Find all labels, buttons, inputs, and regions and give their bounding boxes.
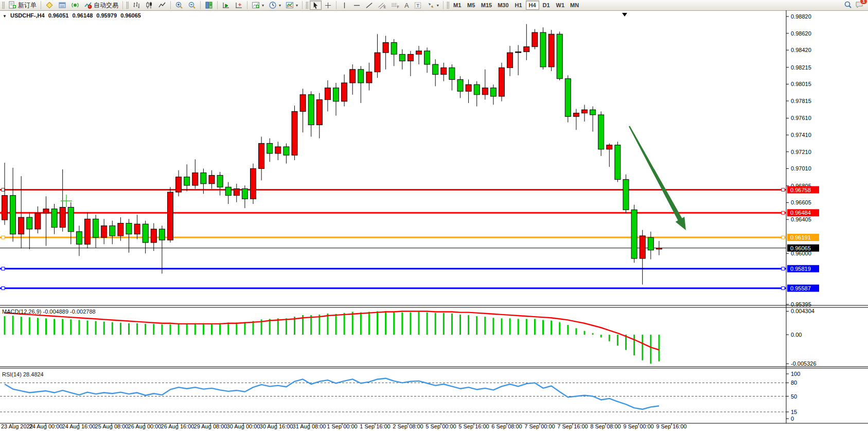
- hline-0.96758[interactable]: [0, 188, 786, 192]
- candle: [242, 189, 247, 199]
- candle: [375, 53, 380, 72]
- toolbar-grip[interactable]: [447, 2, 449, 9]
- timeframe-button-m30[interactable]: M30: [495, 1, 511, 10]
- timeframe-button-m5[interactable]: M5: [465, 1, 478, 10]
- zoom-in-button[interactable]: [173, 1, 185, 10]
- arrows-tool-button[interactable]: ▾: [425, 1, 441, 10]
- svg-text:0.96484: 0.96484: [790, 210, 811, 216]
- candle: [640, 236, 645, 258]
- chart-shift-button[interactable]: [233, 1, 245, 10]
- hline-0.95819[interactable]: [0, 267, 786, 270]
- collapse-arrow-icon[interactable]: ▼: [3, 14, 7, 19]
- price-axis[interactable]: 0.988200.986200.984200.982150.980150.978…: [786, 13, 811, 307]
- notifications-button[interactable]: 1: [855, 1, 864, 10]
- search-icon[interactable]: [844, 1, 852, 10]
- market-watch-button[interactable]: [43, 1, 56, 10]
- hline-0.96191[interactable]: [0, 236, 786, 239]
- candle: [573, 113, 579, 117]
- arrows-caret-icon: ▾: [437, 3, 439, 8]
- navigator-button[interactable]: [69, 1, 81, 10]
- candlestick-mode-button[interactable]: [143, 1, 155, 10]
- indicators-caret-icon: ▾: [262, 3, 264, 8]
- fibonacci-tool-button[interactable]: F: [389, 1, 402, 10]
- data-window-icon: [58, 1, 66, 9]
- timeframe-button-m1[interactable]: M1: [451, 1, 464, 10]
- zoom-out-button[interactable]: [186, 1, 198, 10]
- svg-text:24 Aug 16:00: 24 Aug 16:00: [62, 423, 96, 429]
- new-order-button[interactable]: 新订单: [6, 1, 39, 10]
- svg-text:0.98820: 0.98820: [791, 13, 811, 20]
- svg-text:6 Sep 08:00: 6 Sep 08:00: [491, 423, 522, 429]
- candle: [234, 189, 239, 196]
- text-tool-button[interactable]: A: [402, 1, 411, 10]
- svg-text:0.00: 0.00: [791, 332, 802, 338]
- timeframe-button-d1[interactable]: D1: [540, 1, 553, 10]
- candle: [358, 70, 364, 83]
- hline-0.96484[interactable]: [0, 211, 786, 214]
- trendline-tool-button[interactable]: [363, 1, 375, 10]
- zoom-out-icon: [188, 1, 196, 9]
- macd-indicator-label: MACD(12,26,9) -0.004889 -0.002788: [2, 308, 96, 315]
- candle: [441, 68, 447, 75]
- vertical-line-tool-button[interactable]: [339, 1, 350, 10]
- macd-axis: 0.0043040.00-0.005326: [786, 308, 817, 367]
- bar-chart-mode-button[interactable]: [130, 1, 143, 10]
- line-chart-mode-button[interactable]: [156, 1, 168, 10]
- auto-scroll-button[interactable]: [220, 1, 232, 10]
- tile-windows-button[interactable]: [203, 1, 215, 10]
- candle: [516, 52, 521, 53]
- timeframe-button-h1[interactable]: H1: [512, 1, 525, 10]
- indicators-button[interactable]: ▾: [250, 1, 266, 10]
- periods-button[interactable]: ▾: [267, 1, 283, 10]
- candle: [615, 145, 621, 180]
- svg-text:30 Aug 16:00: 30 Aug 16:00: [260, 423, 293, 429]
- timeframe-button-m15[interactable]: M15: [479, 1, 494, 10]
- templates-button[interactable]: ▾: [284, 1, 300, 10]
- timeframe-button-h4[interactable]: H4: [526, 1, 539, 10]
- price-high: 0.96148: [73, 12, 93, 19]
- auto-trading-button[interactable]: 自动交易: [82, 1, 120, 10]
- svg-text:2 Sep 08:00: 2 Sep 08:00: [393, 423, 423, 429]
- candle: [118, 223, 123, 235]
- candle: [251, 168, 256, 199]
- toolbar-grip[interactable]: [306, 2, 308, 9]
- chart-shift-marker[interactable]: [622, 13, 627, 16]
- toolbar-grip[interactable]: [126, 2, 129, 9]
- text-label-tool-button[interactable]: T: [412, 1, 424, 10]
- svg-text:0.96605: 0.96605: [791, 199, 811, 205]
- candle: [524, 47, 529, 52]
- market-watch-icon: [45, 1, 54, 9]
- horizontal-line-tool-button[interactable]: [351, 1, 363, 10]
- candle: [259, 143, 264, 168]
- horizontal-lines[interactable]: [0, 188, 786, 290]
- crosshair-tool-button[interactable]: [322, 1, 334, 10]
- clock-icon: [269, 1, 277, 9]
- candle: [507, 53, 513, 67]
- candle: [366, 72, 372, 83]
- toolbar-grip[interactable]: [2, 2, 5, 9]
- svg-text:7 Sep 00:00: 7 Sep 00:00: [524, 423, 555, 429]
- candle: [333, 88, 339, 101]
- candle: [391, 43, 397, 55]
- chart-canvas[interactable]: 0.988200.986200.984200.982150.980150.978…: [0, 10, 868, 431]
- data-window-button[interactable]: [56, 1, 68, 10]
- chart-symbol: USDCHF-,H4: [10, 12, 45, 19]
- time-axis[interactable]: 23 Aug 202224 Aug 00:0024 Aug 16:0025 Au…: [1, 423, 687, 429]
- candle: [540, 32, 546, 67]
- svg-text:30 Aug 00:00: 30 Aug 00:00: [227, 423, 260, 429]
- svg-text:0.96405: 0.96405: [791, 216, 811, 222]
- crosshair-icon: [324, 2, 332, 9]
- svg-text:5 Sep 16:00: 5 Sep 16:00: [458, 423, 489, 429]
- candle: [110, 226, 115, 236]
- candle: [76, 232, 82, 244]
- candles-layer: [2, 24, 662, 285]
- svg-text:0.98015: 0.98015: [791, 81, 811, 87]
- timeframe-button-w1[interactable]: W1: [554, 1, 568, 10]
- hline-0.95587[interactable]: [0, 287, 786, 290]
- price-low: 0.95979: [96, 12, 117, 19]
- candle: [176, 177, 182, 192]
- cursor-tool-button[interactable]: [310, 1, 322, 10]
- timeframe-button-mn[interactable]: MN: [568, 1, 581, 10]
- candle: [449, 68, 455, 80]
- channel-tool-button[interactable]: E: [376, 1, 388, 10]
